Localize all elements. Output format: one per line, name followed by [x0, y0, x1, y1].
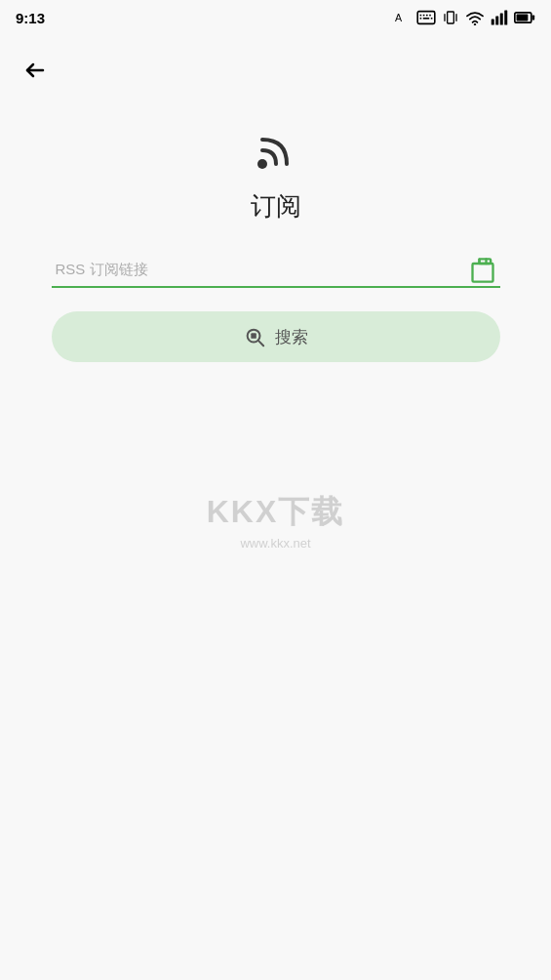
watermark: KKX下载 www.kkx.net — [207, 491, 345, 551]
svg-rect-13 — [492, 20, 494, 25]
battery-icon — [514, 10, 535, 25]
svg-rect-27 — [251, 333, 256, 339]
watermark-text: KKX下载 — [207, 491, 345, 534]
input-container — [52, 253, 500, 288]
back-button[interactable] — [8, 43, 62, 98]
svg-rect-4 — [426, 15, 428, 17]
svg-rect-5 — [429, 15, 431, 17]
svg-rect-7 — [423, 18, 429, 20]
svg-rect-9 — [448, 12, 454, 23]
search-button-icon — [244, 326, 265, 347]
status-time: 9:13 — [16, 10, 45, 26]
rss-url-input[interactable] — [52, 253, 500, 288]
back-arrow-icon — [23, 59, 47, 82]
watermark-url: www.kkx.net — [240, 536, 310, 551]
clipboard-icon — [469, 257, 496, 284]
svg-rect-16 — [504, 11, 507, 25]
svg-rect-6 — [420, 18, 422, 20]
svg-rect-14 — [495, 17, 498, 25]
svg-line-26 — [258, 341, 263, 346]
svg-rect-2 — [420, 15, 422, 17]
wifi-icon — [465, 10, 485, 25]
clipboard-button[interactable] — [465, 253, 500, 288]
vibrate-icon — [442, 10, 459, 25]
svg-rect-18 — [517, 15, 529, 21]
status-bar: 9:13 A — [0, 0, 551, 35]
page-title: 订阅 — [251, 189, 301, 224]
input-icon: A — [395, 10, 411, 25]
svg-rect-3 — [423, 15, 425, 17]
svg-point-12 — [474, 23, 476, 25]
status-icons: A — [395, 10, 535, 25]
rss-icon — [253, 127, 299, 174]
svg-rect-15 — [500, 14, 503, 25]
signal-icon — [491, 10, 508, 25]
search-button-label: 搜索 — [275, 326, 308, 348]
svg-rect-8 — [431, 18, 433, 20]
keyboard-icon — [416, 10, 436, 25]
main-content: 订阅 搜索 — [0, 98, 551, 362]
svg-point-21 — [257, 159, 267, 169]
rss-icon-container — [253, 127, 299, 178]
svg-rect-19 — [532, 15, 535, 20]
search-button[interactable]: 搜索 — [52, 311, 500, 362]
svg-text:A: A — [395, 12, 403, 23]
